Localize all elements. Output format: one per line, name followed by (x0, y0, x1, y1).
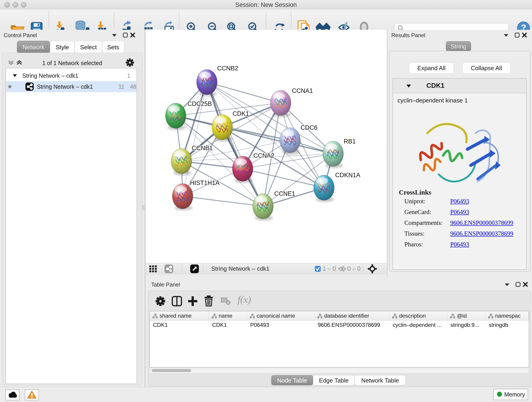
tab-style[interactable]: Style (50, 41, 75, 53)
tab-node-table[interactable]: Node Table (271, 375, 313, 385)
table-panel-title: Table Panel (151, 281, 180, 288)
network-edge[interactable] (207, 82, 263, 206)
network-options-gear-icon[interactable] (126, 58, 134, 68)
network-node-CCNA1[interactable] (270, 90, 291, 117)
float-menu-icon[interactable] (504, 33, 509, 38)
network-row-selected[interactable]: String Network – cdk1 11 48 (6, 81, 136, 92)
network-node-CCNA2[interactable] (232, 156, 253, 183)
network-edge[interactable] (183, 82, 207, 196)
close-panel-icon[interactable] (522, 32, 527, 38)
horizontal-splitter[interactable] (146, 274, 387, 277)
column-header-namespac[interactable]: namespac (486, 311, 529, 320)
float-panel-icon[interactable] (515, 32, 520, 38)
crosslink-link[interactable]: P06493 (450, 198, 469, 205)
divider (182, 265, 182, 273)
network-share-icon[interactable] (165, 264, 173, 274)
network-tab-card: 1 of 1 Network selected String Network –… (2, 53, 143, 385)
string-results-card: Expand All Collapse All CDK1 cyclin–depe… (389, 51, 531, 271)
node-label-CCNB1: CCNB1 (192, 145, 213, 152)
add-column-icon[interactable] (188, 296, 198, 307)
table-cell[interactable]: P06493 (247, 321, 315, 329)
crosslink-label: Compartments: (404, 219, 443, 226)
network-edge[interactable] (183, 196, 263, 206)
float-panel-icon[interactable] (515, 282, 520, 288)
function-builder-icon: f(x) (238, 294, 251, 305)
network-node-CDC25B[interactable] (165, 103, 186, 130)
network-selection-status: 1 of 1 Network selected (2, 60, 142, 66)
network-edge[interactable] (207, 82, 281, 103)
table-cell[interactable]: cyclin–dependent ... (389, 321, 447, 329)
results-panel-title: Results Panel (391, 32, 425, 38)
crosslink-link[interactable]: P06493 (450, 241, 469, 248)
delete-column-icon[interactable] (204, 295, 214, 307)
crosslink-label: GeneCard: (404, 209, 431, 216)
network-node-CDK1[interactable] (212, 115, 233, 142)
expand-all-button[interactable]: Expand All (409, 62, 454, 74)
warning-status-button[interactable] (25, 389, 39, 400)
entry-header[interactable]: CDK1 (393, 79, 526, 93)
table-horizontal-scrollbar[interactable] (150, 368, 529, 373)
close-panel-icon[interactable] (130, 32, 135, 38)
selected-checkbox-icon[interactable] (315, 266, 321, 273)
crosslink-link[interactable]: P06493 (450, 209, 469, 216)
network-node-CCNE1[interactable] (253, 194, 273, 221)
column-header-canonical-name[interactable]: canonical name (247, 311, 315, 320)
selected-counts: 1 – 0 (323, 265, 336, 272)
title-bar: Session: New Session (0, 0, 532, 9)
collapse-all-button[interactable]: Collapse All (462, 62, 511, 74)
memory-status-dot (497, 392, 502, 397)
hidden-eye-slash-icon (338, 266, 346, 273)
memory-button[interactable]: Memory (493, 389, 528, 400)
network-collection-row[interactable]: String Network – cdk1 1 (6, 70, 136, 81)
network-edge[interactable] (243, 169, 324, 188)
column-header-database-identifier[interactable]: database identifier (315, 311, 389, 320)
table-cell[interactable]: stringdb (486, 321, 529, 329)
open-in-window-icon[interactable] (190, 264, 199, 274)
divider (363, 265, 364, 273)
hidden-counts: 0 – 0 (347, 265, 361, 272)
table-cell[interactable]: CDK1 (150, 321, 209, 329)
tab-string[interactable]: String (446, 41, 471, 51)
float-menu-icon[interactable] (505, 283, 510, 287)
toolbar-separator (266, 12, 266, 27)
show-columns-icon[interactable] (172, 296, 182, 307)
table-settings-gear-icon[interactable] (156, 296, 165, 307)
float-menu-icon[interactable] (112, 33, 117, 38)
column-header-shared-name[interactable]: shared name (150, 311, 209, 320)
crosslink-link[interactable]: 9606.ENSP00000378699 (450, 230, 513, 237)
network-node-CCNB1[interactable] (171, 148, 192, 176)
collection-count: 1 (127, 70, 130, 81)
node-label-CDKN1A: CDKN1A (335, 172, 360, 179)
table-cell[interactable]: 9606.ENSP00000378699 (315, 321, 389, 329)
node-label-CDC6: CDC6 (301, 124, 317, 131)
toolbar-separator (114, 12, 114, 27)
column-header-name[interactable]: name (209, 311, 247, 320)
node-label-RB1: RB1 (344, 138, 356, 145)
close-panel-icon[interactable] (523, 282, 528, 288)
crosslink-label: Uniprot: (404, 198, 425, 205)
network-node-HIST1H1A[interactable] (172, 184, 193, 211)
network-node-RB1[interactable] (323, 141, 343, 168)
cloud-status-button[interactable] (5, 389, 19, 400)
pan-crosshair-icon[interactable] (367, 264, 377, 274)
column-header--id[interactable]: @id (447, 311, 486, 320)
birds-eye-view-icon[interactable] (149, 265, 157, 274)
tab-network-table[interactable]: Network Table (355, 375, 405, 385)
network-node-CCNB2[interactable] (196, 70, 217, 96)
collapse-entry-icon[interactable] (406, 84, 411, 88)
tab-edge-table[interactable]: Edge Table (313, 375, 355, 385)
table-cell[interactable]: stringdb:9... (447, 321, 486, 329)
column-header-description[interactable]: description (389, 311, 447, 320)
table-cell[interactable]: CDK1 (209, 321, 247, 329)
crosslink-link[interactable]: 9606.ENSP00000378699 (450, 219, 513, 226)
tab-network[interactable]: Network (17, 41, 50, 53)
float-panel-icon[interactable] (123, 32, 128, 38)
crosslink-label: Pharos: (404, 241, 423, 248)
tab-sets[interactable]: Sets (102, 41, 124, 53)
entry-name: CDK1 (426, 82, 444, 89)
network-type-icon (25, 83, 34, 91)
scrollbar-thumb[interactable] (152, 369, 191, 372)
tab-select[interactable]: Select (75, 41, 102, 53)
network-node-CDKN1A[interactable] (314, 175, 334, 202)
network-canvas[interactable]: CCNB2CCNA1CDC25BCDK1CDC6RB1CCNB1CCNA2CDK… (146, 30, 387, 263)
